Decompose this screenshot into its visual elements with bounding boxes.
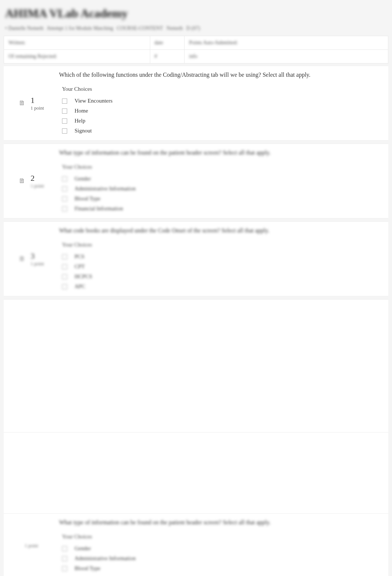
question-side: 🗎 1 1 point xyxy=(4,70,59,136)
checkbox-icon[interactable] xyxy=(62,284,67,289)
choice-row[interactable]: Gender xyxy=(59,174,381,184)
choices-label: Your Choices xyxy=(59,164,381,170)
checkbox-icon[interactable] xyxy=(62,556,67,561)
checkbox-icon[interactable] xyxy=(62,108,67,114)
question-body: What code books are displayed under the … xyxy=(59,226,388,292)
choice-row[interactable]: View Encounters xyxy=(59,96,381,106)
question-points: 1 point xyxy=(25,543,38,549)
choice-text: Help xyxy=(75,118,85,124)
choice-row[interactable]: CPT xyxy=(59,262,381,272)
choices-label: Your Choices xyxy=(59,534,381,540)
question-block-1: 🗎 1 1 point Which of the following funct… xyxy=(4,66,388,141)
checkbox-icon[interactable] xyxy=(62,186,67,192)
question-side: 🗎 2 1 point xyxy=(4,148,59,214)
choice-text: Blood Type xyxy=(75,565,100,572)
choice-text: Signout xyxy=(75,128,92,134)
checkbox-icon[interactable] xyxy=(62,196,67,201)
info-cell: Of remaining Rejected: xyxy=(4,50,150,63)
question-body: What type of information can be found on… xyxy=(59,518,388,573)
choice-row[interactable]: HCPCS xyxy=(59,272,381,282)
choice-text: PCS xyxy=(75,253,85,260)
question-body: Which of the following functions under t… xyxy=(59,70,388,136)
breadcrumb-part: • Danielle Nemeth xyxy=(5,25,44,31)
choice-text: HCPCS xyxy=(75,273,92,280)
question-points: 1 point xyxy=(31,261,44,267)
question-icon: 🗎 xyxy=(19,99,25,107)
question-points: 1 point xyxy=(31,183,44,189)
info-cell: date xyxy=(150,36,185,50)
checkbox-icon[interactable] xyxy=(62,274,67,279)
choice-text: Blood Type xyxy=(75,196,100,202)
choice-row[interactable]: Signout xyxy=(59,126,381,136)
breadcrumb-part: COURSE-CONTENT xyxy=(117,25,163,31)
info-cell: # xyxy=(150,50,185,63)
breadcrumb-part: Attempt 1 for Module Matching xyxy=(47,25,113,31)
question-block-repeat: 1 point What type of information can be … xyxy=(4,513,388,576)
breadcrumb-part: D (07) xyxy=(186,25,200,31)
info-cell: Written: xyxy=(4,36,150,50)
choice-row[interactable]: Financial Information xyxy=(59,204,381,214)
question-number: 3 xyxy=(31,251,44,261)
question-side: 1 point xyxy=(4,518,59,573)
breadcrumb-part: Nemeth xyxy=(166,25,183,31)
table-row: Of remaining Rejected: # info xyxy=(4,50,388,63)
breadcrumb: • Danielle Nemeth Attempt 1 for Module M… xyxy=(4,23,388,36)
choice-text: APC xyxy=(75,283,85,290)
question-text: What type of information can be found on… xyxy=(59,148,381,157)
question-points: 1 point xyxy=(31,105,44,111)
choice-row[interactable]: Blood Type xyxy=(59,563,381,573)
checkbox-icon[interactable] xyxy=(62,118,67,124)
question-icon: 🗎 xyxy=(19,177,25,185)
choice-text: View Encounters xyxy=(75,98,113,104)
info-cell: info xyxy=(185,50,388,63)
choice-row[interactable]: Home xyxy=(59,106,381,116)
choices-label: Your Choices xyxy=(59,86,381,92)
checkbox-icon[interactable] xyxy=(62,566,67,571)
question-body: What type of information can be found on… xyxy=(59,148,388,214)
info-cell: Points Auto-Submitted: xyxy=(185,36,388,50)
choice-text: Administrative Information xyxy=(75,555,135,562)
choice-text: Gender xyxy=(75,545,91,552)
checkbox-icon[interactable] xyxy=(62,254,67,259)
question-icon: 🗎 xyxy=(19,255,25,263)
choice-text: CPT xyxy=(75,263,85,270)
checkbox-icon[interactable] xyxy=(62,264,67,269)
checkbox-icon[interactable] xyxy=(62,128,67,134)
page-title: AHIMA VLab Academy xyxy=(4,4,388,23)
question-text: What type of information can be found on… xyxy=(59,518,381,527)
question-block-2: 🗎 2 1 point What type of information can… xyxy=(4,144,388,218)
checkbox-icon[interactable] xyxy=(62,206,67,211)
blank-region xyxy=(4,299,388,432)
question-number: 1 xyxy=(31,96,44,105)
choice-text: Gender xyxy=(75,176,91,182)
choice-row[interactable]: APC xyxy=(59,282,381,292)
question-block-3: 🗎 3 1 point What code books are displaye… xyxy=(4,221,388,296)
question-number: 2 xyxy=(31,173,44,183)
question-text: What code books are displayed under the … xyxy=(59,226,381,235)
attempt-info-table: Written: date Points Auto-Submitted: Of … xyxy=(4,36,388,63)
choice-text: Financial Information xyxy=(75,206,123,212)
checkbox-icon[interactable] xyxy=(62,176,67,182)
question-text: Which of the following functions under t… xyxy=(59,70,381,79)
choice-row[interactable]: Administrative Information xyxy=(59,184,381,194)
checkbox-icon[interactable] xyxy=(62,99,67,104)
blank-region xyxy=(4,432,388,513)
choice-row[interactable]: PCS xyxy=(59,252,381,262)
choice-text: Administrative Information xyxy=(75,186,135,192)
choice-row[interactable]: Gender xyxy=(59,544,381,553)
choice-text: Home xyxy=(75,108,88,114)
table-row: Written: date Points Auto-Submitted: xyxy=(4,36,388,50)
choice-row[interactable]: Blood Type xyxy=(59,194,381,204)
choices-label: Your Choices xyxy=(59,242,381,248)
choice-row[interactable]: Help xyxy=(59,116,381,126)
choice-row[interactable]: Administrative Information xyxy=(59,553,381,563)
question-side: 🗎 3 1 point xyxy=(4,226,59,292)
checkbox-icon[interactable] xyxy=(62,546,67,551)
